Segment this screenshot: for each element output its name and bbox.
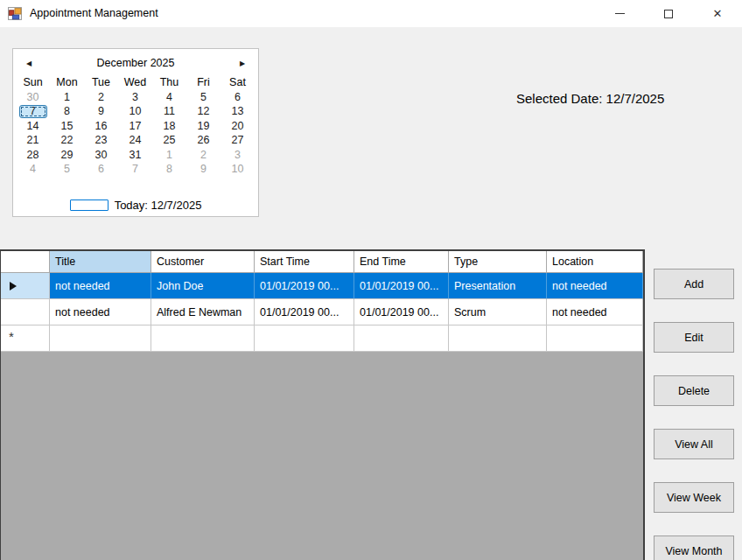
grid-cell[interactable] — [151, 326, 255, 352]
grid-cell[interactable] — [50, 326, 151, 352]
grid-cell[interactable]: not needed — [547, 299, 643, 326]
calendar-day[interactable]: 23 — [84, 134, 118, 147]
calendar-day[interactable]: 14 — [16, 120, 50, 133]
calendar-day[interactable]: 8 — [152, 163, 186, 176]
edit-button[interactable]: Edit — [654, 322, 734, 353]
calendar-day[interactable]: 3 — [220, 149, 255, 162]
grid-cell[interactable]: not needed — [50, 273, 151, 299]
calendar-day[interactable]: 18 — [152, 120, 186, 133]
calendar-day[interactable]: 9 — [84, 105, 118, 118]
calendar-day[interactable]: 27 — [220, 134, 255, 147]
maximize-button[interactable] — [644, 0, 693, 27]
calendar-day[interactable]: 10 — [118, 105, 152, 118]
calendar-month-label[interactable]: December 2025 — [34, 57, 237, 69]
grid-header-row: TitleCustomerStart TimeEnd TimeTypeLocat… — [1, 251, 643, 273]
calendar-day[interactable]: 19 — [186, 120, 220, 133]
grid-cell[interactable]: Alfred E Newman — [151, 299, 255, 326]
calendar-day[interactable]: 9 — [186, 163, 220, 176]
calendar-daynames-row: SunMonTueWedThuFriSat — [13, 76, 258, 88]
calendar-day[interactable]: 11 — [152, 105, 186, 118]
calendar-day[interactable]: 2 — [186, 149, 220, 162]
calendar-day[interactable]: 5 — [50, 163, 84, 176]
close-button[interactable]: ✕ — [693, 0, 742, 27]
grid-row-header[interactable] — [1, 273, 50, 299]
calendar-day[interactable]: 20 — [220, 120, 255, 133]
calendar-nav: ◀ December 2025 ▶ — [13, 49, 258, 69]
grid-cell[interactable] — [547, 326, 643, 352]
calendar-day[interactable]: 31 — [118, 149, 152, 162]
calendar-dayname: Tue — [84, 76, 118, 88]
grid-cell[interactable]: Presentation — [449, 273, 547, 299]
view-all-button[interactable]: View All — [654, 429, 734, 459]
view-month-button[interactable]: View Month — [654, 536, 734, 560]
grid-column-header[interactable]: End Time — [354, 251, 449, 273]
view-week-button[interactable]: View Week — [654, 482, 734, 513]
calendar-day[interactable]: 24 — [118, 134, 152, 147]
delete-button[interactable]: Delete — [654, 375, 734, 406]
calendar-day[interactable]: 4 — [16, 163, 50, 176]
calendar-day[interactable]: 22 — [50, 134, 84, 147]
calendar-day[interactable]: 2 — [84, 91, 118, 104]
grid-cell[interactable]: 01/01/2019 00... — [255, 273, 354, 299]
calendar-day[interactable]: 13 — [220, 105, 255, 118]
calendar-day[interactable]: 29 — [50, 149, 84, 162]
grid-cell[interactable]: Scrum — [449, 299, 547, 326]
grid-column-header[interactable]: Location — [547, 251, 643, 273]
today-outline-box — [70, 200, 108, 211]
calendar-day[interactable]: 4 — [152, 91, 186, 104]
calendar-day[interactable]: 10 — [220, 163, 255, 176]
grid-cell[interactable]: not needed — [50, 299, 151, 326]
calendar-day[interactable]: 1 — [50, 91, 84, 104]
calendar-day[interactable]: 12 — [186, 105, 220, 118]
calendar-day[interactable]: 26 — [186, 134, 220, 147]
calendar-day[interactable]: 30 — [84, 149, 118, 162]
grid-cell[interactable]: John Doe — [151, 273, 255, 299]
calendar-day[interactable]: 30 — [16, 91, 50, 104]
calendar-day[interactable]: 7 — [118, 163, 152, 176]
calendar-day-selected[interactable]: 7 — [16, 105, 50, 118]
calendar-day[interactable]: 25 — [152, 134, 186, 147]
calendar-day[interactable]: 6 — [220, 91, 255, 104]
grid-column-header[interactable]: Customer — [151, 251, 255, 273]
grid-cell[interactable] — [449, 326, 547, 352]
calendar-day[interactable]: 6 — [84, 163, 118, 176]
grid-row-header[interactable] — [1, 299, 50, 326]
grid-rows: not neededJohn Doe01/01/2019 00...01/01/… — [1, 273, 643, 352]
app-icon — [8, 6, 23, 21]
close-icon: ✕ — [713, 8, 723, 19]
grid-cell[interactable] — [354, 326, 449, 352]
calendar-next-icon[interactable]: ▶ — [237, 60, 248, 67]
calendar-day[interactable]: 1 — [152, 149, 186, 162]
minimize-icon — [615, 13, 625, 14]
calendar-prev-icon[interactable]: ◀ — [24, 60, 34, 67]
calendar-day[interactable]: 15 — [50, 120, 84, 133]
calendar-dayname: Thu — [152, 76, 186, 88]
grid-column-header[interactable]: Start Time — [255, 251, 354, 273]
calendar-week-row: 78910111213 — [13, 105, 258, 120]
grid-cell[interactable]: 01/01/2019 00... — [255, 299, 354, 326]
calendar-today-row[interactable]: Today: 12/7/2025 — [13, 199, 258, 212]
calendar-day[interactable]: 3 — [118, 91, 152, 104]
calendar-day-selection-box: 7 — [19, 105, 47, 118]
calendar-day[interactable]: 28 — [16, 149, 50, 162]
calendar-weeks: 3012345678910111213141516171819202122232… — [13, 90, 258, 177]
grid-cell[interactable]: 01/01/2019 00... — [354, 273, 449, 299]
grid-cell[interactable] — [255, 326, 354, 352]
grid-cell[interactable]: not needed — [547, 273, 643, 299]
calendar-day[interactable]: 8 — [50, 105, 84, 118]
calendar-week-row: 30123456 — [13, 90, 258, 105]
calendar-dayname: Wed — [118, 76, 152, 88]
add-button[interactable]: Add — [654, 269, 734, 299]
grid-row-header[interactable]: * — [1, 326, 50, 352]
action-buttons: AddEditDeleteView AllView WeekView Month — [654, 269, 734, 560]
grid-column-header[interactable]: Type — [449, 251, 547, 273]
grid-column-header[interactable]: Title — [50, 251, 151, 273]
grid-corner-header[interactable] — [1, 251, 50, 273]
calendar-day[interactable]: 16 — [84, 120, 118, 133]
calendar-day[interactable]: 17 — [118, 120, 152, 133]
calendar-day[interactable]: 21 — [16, 134, 50, 147]
grid-cell[interactable]: 01/01/2019 00... — [354, 299, 449, 326]
minimize-button[interactable] — [595, 0, 644, 27]
calendar-week-row: 28293031123 — [13, 148, 258, 163]
calendar-day[interactable]: 5 — [186, 91, 220, 104]
